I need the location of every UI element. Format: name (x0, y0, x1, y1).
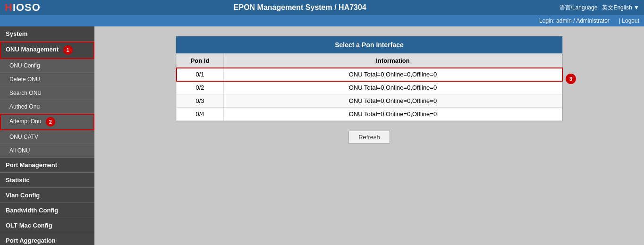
pon-id-cell: 0/4 (177, 108, 224, 121)
pon-panel-title: Select a Pon Interface (176, 36, 562, 53)
info-cell: ONU Total=0,Online=0,Offline=0 (224, 68, 562, 81)
table-row[interactable]: 0/1ONU Total=0,Online=0,Offline=0 (177, 68, 562, 81)
col-information: Information (224, 54, 562, 68)
table-row[interactable]: 0/4ONU Total=0,Online=0,Offline=0 (177, 108, 562, 121)
sidebar-item-statistic[interactable]: Statistic (0, 173, 94, 188)
info-cell: ONU Total=0,Online=0,Offline=0 (224, 81, 562, 94)
sidebar-item-bandwidth-config[interactable]: Bandwidth Config (0, 203, 94, 218)
logo: HIOSO (5, 1, 41, 14)
header-title: EPON Management System / HA7304 (234, 3, 366, 12)
info-cell: ONU Total=0,Online=0,Offline=0 (224, 94, 562, 108)
sidebar-item-port-management[interactable]: Port Management (0, 158, 94, 173)
col-pon-id: Pon Id (177, 54, 224, 68)
table-row[interactable]: 0/3ONU Total=0,Online=0,Offline=0 (177, 94, 562, 108)
sidebar-item-onu-management[interactable]: ONU Management 1 (0, 42, 94, 59)
badge-2: 2 (46, 117, 55, 127)
sidebar-item-search-onu[interactable]: Search ONU (0, 86, 94, 100)
logout-link[interactable]: | Logout (619, 17, 639, 24)
sidebar-item-port-aggregation[interactable]: Port Aggregation (0, 233, 94, 245)
sidebar-item-vlan-config[interactable]: Vlan Config (0, 188, 94, 203)
sidebar: System ONU Management 1 ONU Config Delet… (0, 26, 94, 245)
refresh-area: Refresh (104, 131, 635, 144)
refresh-button[interactable]: Refresh (348, 131, 390, 144)
table-row[interactable]: 0/2ONU Total=0,Online=0,Offline=0 (177, 81, 562, 94)
sidebar-item-onu-catv[interactable]: ONU CATV (0, 130, 94, 144)
pon-id-cell: 0/1 (177, 68, 224, 81)
language-selector[interactable]: 语言/Language 英文English ▼ (559, 4, 639, 12)
info-cell: ONU Total=0,Online=0,Offline=0 (224, 108, 562, 121)
pon-table: Pon Id Information 0/1ONU Total=0,Online… (176, 53, 562, 121)
sidebar-item-system[interactable]: System (0, 26, 94, 42)
sidebar-item-olt-mac-config[interactable]: OLT Mac Config (0, 218, 94, 233)
header-right: 语言/Language 英文English ▼ (559, 4, 639, 12)
content-area: Select a Pon Interface Pon Id Informatio… (94, 26, 644, 245)
pon-interface-panel: Select a Pon Interface Pon Id Informatio… (176, 36, 563, 121)
main-layout: System ONU Management 1 ONU Config Delet… (0, 26, 644, 245)
sidebar-item-all-onu[interactable]: All ONU (0, 144, 94, 158)
badge-1: 1 (63, 45, 73, 55)
sidebar-item-delete-onu[interactable]: Delete ONU (0, 73, 94, 86)
header-top: HIOSO EPON Management System / HA7304 语言… (0, 0, 644, 15)
logo-area: HIOSO (5, 1, 41, 14)
login-info: Login: admin / Administrator (539, 17, 610, 24)
header-sub: Login: admin / Administrator | Logout (0, 15, 644, 26)
sidebar-item-attempt-onu[interactable]: Attempt Onu 2 (0, 114, 94, 130)
sidebar-item-authed-onu[interactable]: Authed Onu (0, 100, 94, 114)
badge-3: 3 (566, 74, 576, 84)
table-header-row: Pon Id Information (177, 54, 562, 68)
pon-id-cell: 0/3 (177, 94, 224, 108)
pon-id-cell: 0/2 (177, 81, 224, 94)
sidebar-item-onu-config[interactable]: ONU Config (0, 59, 94, 73)
